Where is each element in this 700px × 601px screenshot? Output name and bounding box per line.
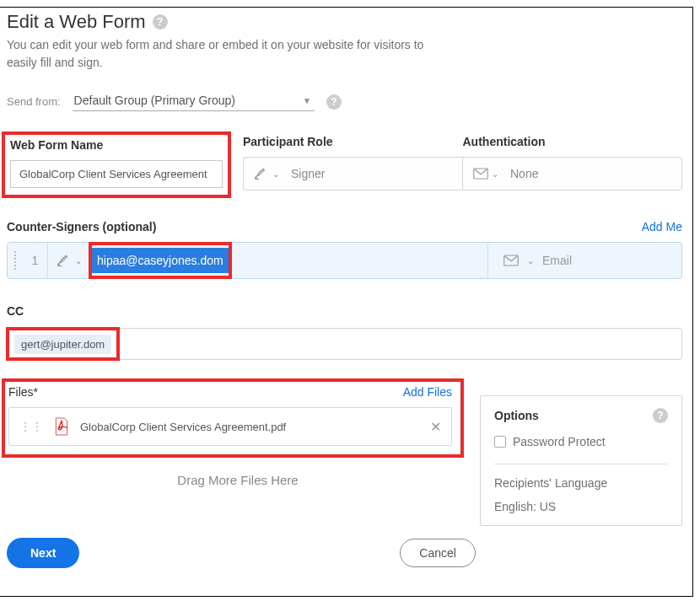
options-panel: Options ? Password Protect Recipients' L…: [480, 395, 682, 526]
send-from-value: Default Group (Primary Group): [74, 94, 235, 107]
help-icon[interactable]: ?: [653, 408, 668, 423]
signer-icon: [254, 166, 269, 181]
form-name-highlight: Web Form Name: [2, 131, 231, 198]
page-title: Edit a Web Form: [7, 11, 146, 33]
chevron-down-icon: ⌄: [527, 256, 534, 266]
remove-file-icon[interactable]: ✕: [430, 419, 441, 435]
counter-signer-email-highlight: hipaa@caseyjones.dom: [89, 242, 232, 279]
pdf-icon: [53, 416, 70, 437]
drag-more-text: Drag More Files Here: [7, 473, 469, 487]
counter-signer-order: 1: [23, 243, 48, 278]
help-icon[interactable]: ?: [326, 94, 342, 110]
help-icon[interactable]: ?: [153, 14, 168, 30]
drag-handle-icon[interactable]: ⋮⋮: [19, 420, 43, 433]
password-protect-checkbox[interactable]: [494, 436, 506, 448]
recipients-language-label: Recipients' Language: [494, 476, 668, 490]
authentication-label: Authentication: [463, 135, 683, 148]
cc-label: CC: [7, 304, 682, 318]
envelope-icon: [473, 168, 488, 180]
cc-chip[interactable]: gert@jupiter.dom: [14, 335, 111, 354]
cc-input[interactable]: gert@jupiter.dom: [7, 328, 682, 360]
send-from-select[interactable]: Default Group (Primary Group) ▼: [73, 92, 315, 111]
add-files-link[interactable]: Add Files: [403, 385, 452, 399]
participant-role-label: Participant Role: [243, 135, 463, 148]
chevron-down-icon: ⌄: [272, 169, 279, 179]
chevron-down-icon: ▼: [303, 96, 311, 105]
file-row: ⋮⋮ GlobalCorp Client Services Agreement.…: [8, 407, 452, 446]
counter-signers-label: Counter-Signers (optional): [7, 220, 156, 233]
files-label: Files*: [8, 385, 38, 399]
counter-signer-email-input[interactable]: hipaa@caseyjones.dom: [92, 248, 229, 273]
files-highlight: Files* Add Files ⋮⋮ GlobalCorp Client Se…: [2, 378, 464, 458]
divider: [494, 464, 668, 464]
counter-signer-auth-select[interactable]: ⌄ Email: [487, 243, 681, 278]
send-from-label: Send from:: [7, 95, 61, 108]
counter-signer-auth-placeholder: Email: [542, 254, 572, 267]
cancel-button[interactable]: Cancel: [400, 539, 476, 567]
form-name-input[interactable]: [10, 160, 223, 188]
password-protect-label: Password Protect: [513, 435, 606, 448]
drag-handle-icon[interactable]: [8, 251, 23, 270]
participant-role-value: Signer: [291, 167, 325, 180]
cc-chip-highlight: gert@jupiter.dom: [6, 327, 120, 361]
chevron-down-icon: ⌄: [492, 169, 498, 179]
add-me-link[interactable]: Add Me: [642, 220, 682, 233]
page-subtitle: You can edit your web form and share or …: [7, 36, 437, 72]
counter-signer-role-select[interactable]: ⌄: [48, 243, 90, 278]
signer-icon: [57, 253, 72, 268]
authentication-select[interactable]: ⌄ None: [462, 157, 682, 190]
form-name-label: Web Form Name: [10, 138, 223, 152]
next-button[interactable]: Next: [7, 538, 79, 568]
authentication-value: None: [510, 167, 538, 180]
participant-role-select[interactable]: ⌄ Signer: [243, 157, 462, 190]
counter-signer-row: 1 ⌄ hipaa@caseyjones.dom ⌄ Email: [7, 242, 682, 279]
envelope-icon: [503, 255, 519, 266]
file-name: GlobalCorp Client Services Agreement.pdf: [80, 421, 420, 433]
chevron-down-icon: ⌄: [75, 256, 82, 266]
options-title: Options: [494, 409, 539, 422]
recipients-language-value[interactable]: English: US: [494, 500, 668, 513]
